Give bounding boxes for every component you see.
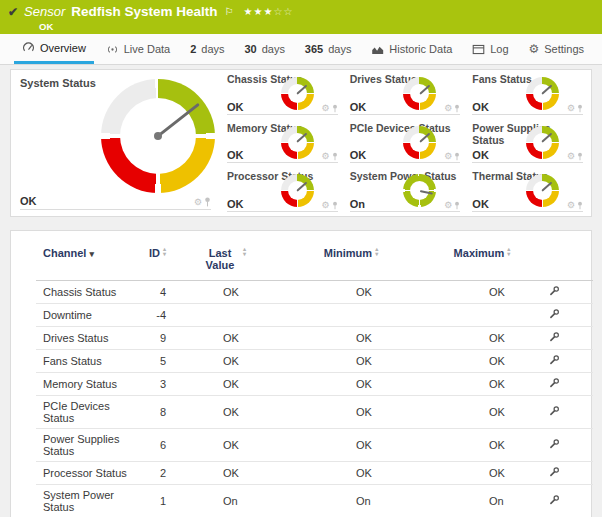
- column-header-id[interactable]: ID▴▾: [131, 241, 166, 281]
- minimum-cell: OK: [280, 373, 422, 396]
- gauge-cell-pcie-devices-status[interactable]: PCIe Devices Status OK ⚙: [346, 119, 469, 168]
- pin-icon[interactable]: [577, 104, 583, 113]
- gauge-cell-thermal-status[interactable]: Thermal Status OK ⚙: [468, 167, 591, 216]
- pin-icon[interactable]: [332, 201, 338, 210]
- table-row: Processor Status 2 OK OK OK: [36, 462, 593, 485]
- pin-icon[interactable]: [332, 152, 338, 161]
- last-value-cell: OK: [166, 281, 280, 304]
- column-header-channel[interactable]: Channel▾: [36, 241, 131, 281]
- table-header-row: Channel▾ ID▴▾ Last Value▴▾ Minimum▴▾ Max…: [36, 241, 593, 281]
- channel-id-cell: 2: [131, 462, 166, 485]
- tab-30-days[interactable]: 30 days: [236, 34, 293, 64]
- gauge-hub: [154, 132, 162, 140]
- column-header-maximum[interactable]: Maximum▴▾: [422, 241, 542, 281]
- gauge-title: PCIe Devices Status: [350, 122, 461, 134]
- last-value-cell: OK: [166, 373, 280, 396]
- maximum-cell: OK: [422, 396, 542, 429]
- gauge-title: Processor Status: [227, 170, 338, 182]
- tab-number: 30: [244, 43, 256, 55]
- gear-icon[interactable]: ⚙: [567, 104, 575, 113]
- gauge-cell-power-supplies-status[interactable]: Power Supplies Status OK ⚙: [468, 119, 591, 168]
- pin-icon[interactable]: [454, 152, 460, 161]
- channel-settings-wrench-icon[interactable]: [548, 494, 560, 508]
- tab-historic-data[interactable]: Historic Data: [363, 34, 460, 64]
- maximum-cell: OK: [422, 462, 542, 485]
- gauge-cell-chassis-status[interactable]: Chassis Status OK ⚙: [223, 70, 346, 119]
- tab-label: Live Data: [124, 43, 170, 55]
- tab-settings[interactable]: ⚙ Settings: [520, 34, 592, 64]
- channel-id-cell: 6: [131, 429, 166, 462]
- tab-label: days: [328, 43, 351, 55]
- gear-icon[interactable]: ⚙: [322, 201, 330, 210]
- last-value-cell: On: [166, 485, 280, 517]
- gear-icon[interactable]: ⚙: [322, 152, 330, 161]
- tab-label: Historic Data: [389, 43, 452, 55]
- channel-name-cell: Fans Status: [36, 350, 131, 373]
- gear-icon[interactable]: ⚙: [567, 201, 575, 210]
- pin-icon[interactable]: [454, 201, 460, 210]
- chart-icon: [371, 43, 384, 56]
- status-check-icon: ✔: [8, 4, 18, 20]
- gear-icon[interactable]: ⚙: [567, 152, 575, 161]
- channel-name-cell: PCIe Devices Status: [36, 396, 131, 429]
- tab-2-days[interactable]: 2 days: [182, 34, 232, 64]
- sort-icon: ▴▾: [243, 247, 246, 257]
- channel-settings-wrench-icon[interactable]: [548, 331, 560, 345]
- gauge-cell-drives-status[interactable]: Drives Status OK ⚙: [346, 70, 469, 119]
- pin-icon[interactable]: [577, 152, 583, 161]
- maximum-cell: OK: [422, 281, 542, 304]
- priority-flag-icon[interactable]: ⚐: [225, 4, 234, 20]
- tab-log[interactable]: Log: [464, 34, 516, 64]
- channel-settings-wrench-icon[interactable]: [548, 285, 560, 299]
- gauge-value: OK: [472, 149, 489, 161]
- system-status-gauge-block[interactable]: System Status OK ⚙: [11, 70, 223, 216]
- column-header-minimum[interactable]: Minimum▴▾: [280, 241, 422, 281]
- gauge-value: OK: [472, 198, 489, 210]
- channel-settings-wrench-icon[interactable]: [548, 354, 560, 368]
- channel-name-cell: Power Supplies Status: [36, 429, 131, 462]
- gauge-title: System Status: [20, 77, 96, 89]
- priority-stars[interactable]: ★★★☆☆: [244, 4, 294, 20]
- gear-icon[interactable]: ⚙: [444, 201, 452, 210]
- gauge-value: OK: [227, 101, 244, 113]
- channel-settings-wrench-icon[interactable]: [548, 377, 560, 391]
- gauge-cell-processor-status[interactable]: Processor Status OK ⚙: [223, 167, 346, 216]
- channel-table-panel: Channel▾ ID▴▾ Last Value▴▾ Minimum▴▾ Max…: [10, 230, 592, 517]
- gauge-title: Memory Status: [227, 122, 338, 134]
- maximum-cell: OK: [422, 373, 542, 396]
- column-header-last-value[interactable]: Last Value▴▾: [166, 241, 280, 281]
- gear-icon[interactable]: ⚙: [444, 152, 452, 161]
- tab-365-days[interactable]: 365 days: [297, 34, 360, 64]
- pin-icon[interactable]: [577, 201, 583, 210]
- pin-icon[interactable]: [454, 104, 460, 113]
- pin-icon[interactable]: [204, 197, 211, 207]
- tab-label: Settings: [544, 43, 584, 55]
- gauge-value: OK: [350, 101, 367, 113]
- last-value-cell: OK: [166, 462, 280, 485]
- minimum-cell: OK: [280, 429, 422, 462]
- gear-icon[interactable]: ⚙: [444, 104, 452, 113]
- minimum-cell: OK: [280, 281, 422, 304]
- tab-live-data[interactable]: Live Data: [98, 34, 178, 64]
- gauge-value: OK: [350, 149, 367, 161]
- channel-name-cell: Processor Status: [36, 462, 131, 485]
- gauge-cell-system-power-status[interactable]: System Power Status On ⚙: [346, 167, 469, 216]
- channel-settings-wrench-icon[interactable]: [548, 308, 560, 322]
- gauge-cell-fans-status[interactable]: Fans Status OK ⚙: [468, 70, 591, 119]
- minimum-cell: On: [280, 485, 422, 517]
- gauge-value: OK: [20, 195, 37, 207]
- tab-number: 365: [305, 43, 323, 55]
- gauge-cell-memory-status[interactable]: Memory Status OK ⚙: [223, 119, 346, 168]
- channel-settings-wrench-icon[interactable]: [548, 466, 560, 480]
- last-value-cell: OK: [166, 350, 280, 373]
- channel-name-cell: Drives Status: [36, 327, 131, 350]
- channel-settings-wrench-icon[interactable]: [548, 405, 560, 419]
- channel-id-cell: 1: [131, 485, 166, 517]
- gauge-title: Chassis Status: [227, 73, 338, 85]
- channel-settings-wrench-icon[interactable]: [548, 438, 560, 452]
- gear-icon[interactable]: ⚙: [194, 198, 202, 207]
- tab-overview[interactable]: Overview: [14, 34, 94, 64]
- pin-icon[interactable]: [332, 104, 338, 113]
- gear-icon[interactable]: ⚙: [322, 104, 330, 113]
- sensor-status-text: OK: [39, 21, 592, 32]
